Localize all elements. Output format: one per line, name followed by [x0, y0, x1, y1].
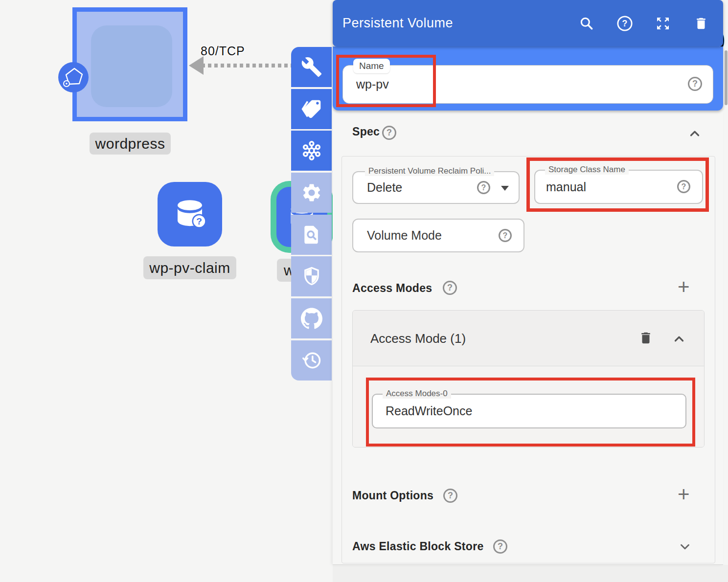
- toolbar-history-button[interactable]: [291, 340, 332, 381]
- help-button[interactable]: ?: [616, 15, 633, 32]
- access-mode-card-header[interactable]: Access Mode (1): [353, 311, 704, 366]
- aws-ebs-help-icon[interactable]: ?: [493, 539, 507, 554]
- dropdown-caret-icon: [501, 186, 509, 191]
- name-input[interactable]: [342, 65, 713, 104]
- wrench-icon: [301, 56, 322, 78]
- shield-icon: [301, 266, 322, 287]
- name-help-icon[interactable]: ?: [688, 77, 702, 91]
- expand-button[interactable]: [655, 15, 671, 32]
- hub-icon: [301, 140, 322, 161]
- svg-text:?: ?: [196, 216, 202, 226]
- mount-options-help-icon[interactable]: ?: [443, 489, 457, 503]
- node-wp-pv-claim[interactable]: ?: [158, 182, 222, 246]
- spec-help-icon[interactable]: ?: [382, 126, 396, 140]
- tag-icon: [301, 98, 322, 120]
- access-mode-collapse-chevron-up-icon[interactable]: [672, 332, 686, 346]
- gear-icon: [301, 182, 322, 203]
- panel-title: Persistent Volume: [342, 16, 453, 31]
- access-mode-card-title: Access Mode (1): [370, 311, 466, 366]
- spec-collapse-chevron-up-icon[interactable]: [687, 126, 702, 141]
- delete-button[interactable]: [693, 15, 709, 32]
- search-button[interactable]: [578, 15, 595, 32]
- reclaim-policy-select[interactable]: Persistent Volume Reclaim Poli... Delete…: [352, 171, 520, 204]
- storage-class-help-icon[interactable]: ?: [677, 180, 690, 193]
- search-icon: [579, 16, 594, 31]
- toolbar-security-button[interactable]: [291, 256, 332, 296]
- mount-options-add-button[interactable]: +: [678, 487, 690, 502]
- svg-text:?: ?: [622, 19, 628, 28]
- aws-ebs-expand-chevron-down-icon[interactable]: [678, 539, 692, 554]
- node-label-wordpress: wordpress: [90, 133, 171, 155]
- edge-arrowhead-icon: [189, 56, 204, 75]
- toolbar-labels-button[interactable]: [291, 89, 332, 129]
- reclaim-policy-value: Delete: [367, 172, 402, 203]
- toolbar-settings-button[interactable]: [291, 173, 332, 213]
- name-field-label: Name: [353, 59, 390, 73]
- github-icon: [301, 308, 322, 329]
- access-modes-add-button[interactable]: +: [678, 280, 690, 294]
- node-label-wp-pv-claim: wp-pv-claim: [143, 256, 236, 279]
- access-mode-0-input[interactable]: Access Modes-0 ReadWriteOnce: [372, 394, 686, 428]
- trash-icon: [694, 16, 708, 31]
- mount-options-heading: Mount Options: [352, 489, 433, 502]
- document-search-icon: [301, 224, 322, 246]
- history-icon: [301, 350, 322, 371]
- database-icon: ?: [170, 195, 209, 234]
- toolbar-wrench-button[interactable]: [291, 47, 332, 87]
- pod-icon[interactable]: [58, 62, 89, 92]
- access-modes-help-icon[interactable]: ?: [443, 281, 457, 295]
- access-mode-0-value: ReadWriteOnce: [386, 395, 472, 427]
- volume-mode-label: Volume Mode: [367, 220, 442, 251]
- toolbar-network-button[interactable]: [291, 131, 332, 171]
- spec-heading: Spec: [352, 125, 380, 138]
- volume-mode-help-icon[interactable]: ?: [499, 229, 512, 242]
- volume-mode-input[interactable]: Volume Mode ?: [352, 219, 524, 252]
- aws-ebs-heading: Aws Elastic Block Store: [352, 540, 484, 553]
- edge-dashed-line: [202, 64, 293, 67]
- access-modes-heading: Access Modes: [352, 282, 432, 295]
- panel-header: Persistent Volume ?: [333, 0, 723, 46]
- pod-pentagon-icon: [58, 62, 89, 92]
- toolbar-github-button[interactable]: [291, 298, 332, 338]
- toolbar-preview-button[interactable]: [291, 215, 332, 255]
- storage-class-input[interactable]: Storage Class Name manual ?: [534, 170, 703, 204]
- scrollbar-thumb[interactable]: [725, 50, 728, 105]
- node-wordpress-pod-area[interactable]: [91, 25, 172, 107]
- storage-class-value: manual: [546, 171, 586, 203]
- edge-label-port: 80/TCP: [201, 44, 245, 58]
- reclaim-policy-help-icon[interactable]: ?: [477, 181, 490, 194]
- expand-arrows-icon: [655, 16, 671, 31]
- page-background-strip: [333, 565, 728, 582]
- access-mode-delete-button[interactable]: [638, 331, 653, 345]
- app-root: wordpress 80/TCP ? wp-pv-claim w ): [0, 0, 728, 582]
- help-circle-icon: ?: [616, 15, 633, 32]
